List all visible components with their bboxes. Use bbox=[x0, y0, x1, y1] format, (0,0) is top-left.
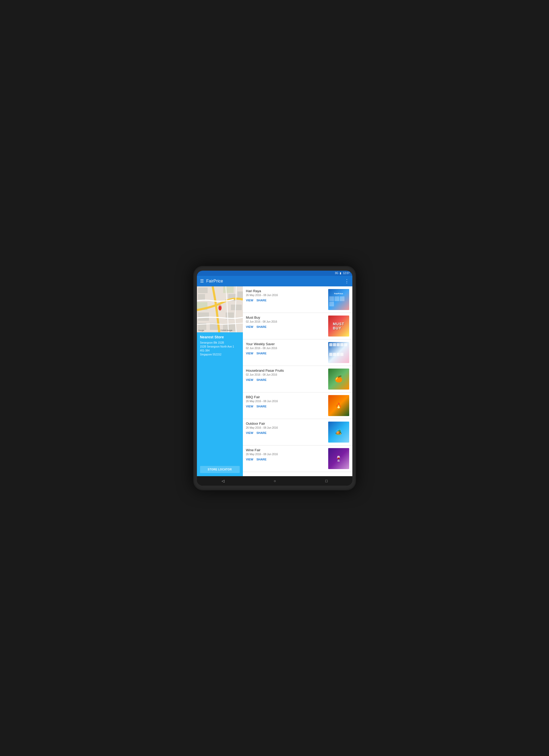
promo-title-hari-raya: Hari Raya bbox=[246, 289, 326, 293]
share-outdoor-fair-button[interactable]: SHARE bbox=[257, 431, 267, 434]
promo-date-bbq-fair: 26 May 2016 - 08 Jun 2016 bbox=[246, 400, 326, 403]
share-wine-fair-button[interactable]: SHARE bbox=[257, 458, 267, 461]
thumb-hari-raya: FairPrice bbox=[328, 289, 349, 310]
view-pasar-fruits-button[interactable]: VIEW bbox=[246, 378, 253, 381]
promo-text-pasar-fruits: Housebrand Pasar Fruits 02 Jun 2016 - 08… bbox=[246, 369, 328, 381]
promo-text-must-buy: Must Buy 02 Jun 2016 - 08 Jun 2016 VIEW … bbox=[246, 316, 328, 328]
promo-title-wine-fair: Wine Fair bbox=[246, 448, 326, 452]
content-area: Google ©2016 Google Nearest Store Serang… bbox=[197, 286, 352, 476]
promo-date-wine-fair: 26 May 2016 - 08 Jun 2016 bbox=[246, 453, 326, 456]
promo-title-outdoor-fair: Outdoor Fair bbox=[246, 422, 326, 426]
view-bbq-fair-button[interactable]: VIEW bbox=[246, 405, 253, 408]
map-container[interactable]: Google ©2016 Google bbox=[197, 286, 243, 332]
home-button[interactable]: ○ bbox=[269, 477, 281, 485]
share-bbq-fair-button[interactable]: SHARE bbox=[257, 405, 267, 408]
promo-actions-pasar-fruits: VIEW SHARE bbox=[246, 378, 326, 381]
promo-item-hari-raya: Hari Raya 26 May 2016 - 08 Jun 2016 VIEW… bbox=[243, 286, 352, 313]
promo-actions-must-buy: VIEW SHARE bbox=[246, 325, 326, 328]
promo-date-weekly-saver: 02 Jun 2016 - 08 Jun 2016 bbox=[246, 347, 326, 350]
view-wine-fair-button[interactable]: VIEW bbox=[246, 458, 253, 461]
promo-item-weekly-saver: Your Weekly Saver 02 Jun 2016 - 08 Jun 2… bbox=[243, 339, 352, 366]
promo-text-hari-raya: Hari Raya 26 May 2016 - 08 Jun 2016 VIEW… bbox=[246, 289, 328, 302]
promo-item-must-buy: Must Buy 02 Jun 2016 - 08 Jun 2016 VIEW … bbox=[243, 313, 352, 339]
promotions-list[interactable]: Hari Raya 26 May 2016 - 08 Jun 2016 VIEW… bbox=[243, 286, 352, 476]
nav-bar: ◁ ○ □ bbox=[197, 476, 352, 486]
promo-actions-bbq-fair: VIEW SHARE bbox=[246, 405, 326, 408]
battery-indicator: ▮ bbox=[340, 272, 341, 275]
view-weekly-saver-button[interactable]: VIEW bbox=[246, 352, 253, 355]
promo-date-outdoor-fair: 26 May 2016 - 08 Jun 2016 bbox=[246, 426, 326, 429]
store-info: Nearest Store Serangoon Blk 152B 152B Se… bbox=[197, 332, 243, 464]
tablet-screen: 3G ▮ 12:07 ☰ FairPrice ⋮ bbox=[197, 271, 352, 486]
promo-title-bbq-fair: BBQ Fair bbox=[246, 395, 326, 399]
svg-text:Google: Google bbox=[198, 329, 204, 332]
promo-text-weekly-saver: Your Weekly Saver 02 Jun 2016 - 08 Jun 2… bbox=[246, 342, 328, 355]
promo-actions-wine-fair: VIEW SHARE bbox=[246, 458, 326, 461]
promo-title-must-buy: Must Buy bbox=[246, 316, 326, 319]
app-title: FairPrice bbox=[206, 279, 344, 283]
view-must-buy-button[interactable]: VIEW bbox=[246, 325, 253, 328]
back-button[interactable]: ◁ bbox=[216, 477, 230, 485]
promo-actions-outdoor-fair: VIEW SHARE bbox=[246, 431, 326, 434]
svg-rect-3 bbox=[198, 288, 207, 293]
promo-actions-weekly-saver: VIEW SHARE bbox=[246, 352, 326, 355]
map-svg: Google ©2016 Google bbox=[197, 286, 243, 332]
status-bar: 3G ▮ 12:07 bbox=[197, 271, 352, 276]
nearest-store-label: Nearest Store bbox=[200, 335, 240, 339]
store-address: Serangoon Blk 152B 152B Serangoon North … bbox=[200, 341, 240, 356]
promo-item-outdoor-fair: Outdoor Fair 26 May 2016 - 08 Jun 2016 V… bbox=[243, 419, 352, 445]
thumb-weekly-saver bbox=[328, 342, 349, 363]
promo-date-pasar-fruits: 02 Jun 2016 - 08 Jun 2016 bbox=[246, 373, 326, 376]
promo-date-hari-raya: 26 May 2016 - 08 Jun 2016 bbox=[246, 294, 326, 297]
svg-rect-9 bbox=[198, 313, 209, 321]
share-weekly-saver-button[interactable]: SHARE bbox=[257, 352, 267, 355]
promo-title-weekly-saver: Your Weekly Saver bbox=[246, 342, 326, 346]
hamburger-icon[interactable]: ☰ bbox=[200, 279, 204, 283]
promo-title-pasar-fruits: Housebrand Pasar Fruits bbox=[246, 369, 326, 372]
promo-item-bbq-fair: BBQ Fair 26 May 2016 - 08 Jun 2016 VIEW … bbox=[243, 392, 352, 419]
svg-rect-7 bbox=[231, 305, 242, 310]
more-options-icon[interactable]: ⋮ bbox=[344, 278, 349, 284]
promo-actions-hari-raya: VIEW SHARE bbox=[246, 299, 326, 302]
tablet-device: 3G ▮ 12:07 ☰ FairPrice ⋮ bbox=[193, 266, 356, 490]
promo-text-bbq-fair: BBQ Fair 26 May 2016 - 08 Jun 2016 VIEW … bbox=[246, 395, 328, 408]
thumb-must-buy: MUSTBUY bbox=[328, 316, 349, 337]
share-must-buy-button[interactable]: SHARE bbox=[257, 325, 267, 328]
share-hari-raya-button[interactable]: SHARE bbox=[257, 299, 267, 302]
thumb-wine-fair: 🍷 bbox=[328, 448, 349, 469]
promo-date-must-buy: 02 Jun 2016 - 08 Jun 2016 bbox=[246, 320, 326, 323]
left-panel: Google ©2016 Google Nearest Store Serang… bbox=[197, 286, 243, 476]
svg-text:©2016 Google: ©2016 Google bbox=[221, 329, 232, 332]
app-bar: ☰ FairPrice ⋮ bbox=[197, 276, 352, 286]
store-locator-button[interactable]: STORE LOCATOR bbox=[200, 466, 240, 473]
view-hari-raya-button[interactable]: VIEW bbox=[246, 299, 253, 302]
thumb-outdoor-fair: 🏕️ bbox=[328, 422, 349, 443]
signal-indicator: 3G bbox=[335, 272, 338, 275]
view-outdoor-fair-button[interactable]: VIEW bbox=[246, 431, 253, 434]
promo-text-wine-fair: Wine Fair 26 May 2016 - 08 Jun 2016 VIEW… bbox=[246, 448, 328, 461]
recent-apps-button[interactable]: □ bbox=[320, 477, 333, 485]
thumb-pasar-fruits: 🍊 bbox=[328, 369, 349, 390]
promo-item-wine-fair: Wine Fair 26 May 2016 - 08 Jun 2016 VIEW… bbox=[243, 445, 352, 472]
svg-rect-2 bbox=[223, 286, 234, 293]
svg-point-15 bbox=[219, 305, 221, 306]
svg-rect-4 bbox=[198, 294, 205, 300]
time-display: 12:07 bbox=[343, 272, 349, 275]
share-pasar-fruits-button[interactable]: SHARE bbox=[257, 378, 267, 381]
thumb-bbq-fair: 🔥 bbox=[328, 395, 349, 416]
promo-item-pasar-fruits: Housebrand Pasar Fruits 02 Jun 2016 - 08… bbox=[243, 366, 352, 392]
promo-text-outdoor-fair: Outdoor Fair 26 May 2016 - 08 Jun 2016 V… bbox=[246, 422, 328, 434]
